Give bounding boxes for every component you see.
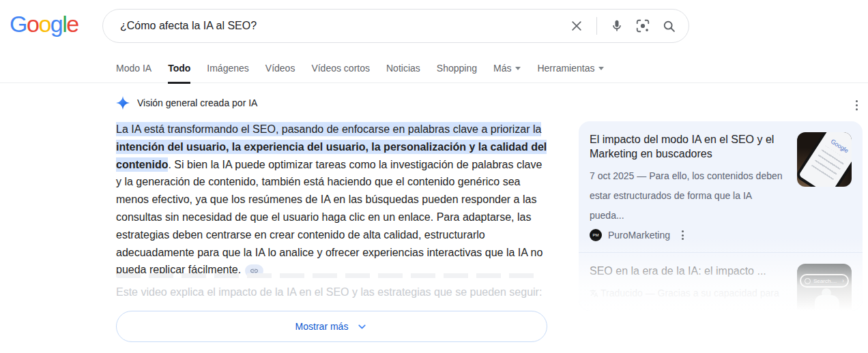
chevron-down-icon bbox=[598, 67, 604, 70]
search-bar-divider bbox=[596, 17, 597, 35]
tab-shopping[interactable]: Shopping bbox=[437, 63, 477, 83]
search-bar[interactable] bbox=[102, 9, 689, 43]
fading-answer-text: Este video explica el impacto de la IA e… bbox=[116, 286, 548, 298]
source-card-title[interactable]: El impacto del modo IA en el SEO y el Ma… bbox=[590, 132, 786, 161]
tab-videos[interactable]: Vídeos bbox=[265, 63, 295, 83]
phone-in-photo: Google bbox=[797, 132, 852, 187]
search-submit-icon[interactable] bbox=[662, 19, 676, 33]
ai-overview-title: Visión general creada por IA bbox=[137, 97, 257, 108]
tab-herramientas[interactable]: Herramientas bbox=[537, 63, 604, 83]
ai-sparkle-icon bbox=[116, 96, 130, 110]
results-tab-bar: Modo IA Todo Imágenes Vídeos Vídeos cort… bbox=[116, 63, 604, 83]
tab-videos-cortos[interactable]: Vídeos cortos bbox=[311, 63, 370, 83]
google-lens-icon[interactable] bbox=[635, 18, 650, 33]
source-name: PuroMarketing bbox=[608, 230, 670, 241]
logo-letter: g bbox=[50, 11, 62, 37]
google-logo[interactable]: Google bbox=[10, 11, 78, 37]
logo-letter: o bbox=[38, 11, 50, 37]
source-card-menu-icon[interactable] bbox=[680, 229, 685, 241]
tab-noticias[interactable]: Noticias bbox=[386, 63, 420, 83]
magnifier-icon bbox=[805, 278, 811, 284]
search-input[interactable] bbox=[120, 20, 570, 32]
answer-text: . Si bien la IA puede optimizar tareas c… bbox=[116, 159, 542, 276]
translate-icon bbox=[590, 289, 598, 298]
source-thumbnail-image[interactable]: Search.... › bbox=[797, 264, 852, 311]
ai-overview-sources-panel: El impacto del modo IA en el SEO y el Ma… bbox=[579, 121, 863, 311]
source-card[interactable]: SEO en la era de la IA: el impacto ... T… bbox=[579, 253, 863, 311]
tab-mas[interactable]: Más bbox=[493, 63, 521, 83]
highlighted-text: La IA está transformando el SEO, pasando… bbox=[116, 122, 541, 136]
ai-overview-answer: La IA está transformando el SEO, pasando… bbox=[116, 121, 548, 279]
clear-search-icon[interactable] bbox=[570, 19, 583, 33]
source-card-snippet: 7 oct 2025 — Para ello, los contenidos d… bbox=[590, 166, 786, 226]
source-card-snippet: Traducido — Gracias a su capacidad para … bbox=[590, 283, 786, 311]
tab-todo[interactable]: Todo bbox=[168, 63, 190, 83]
source-card-title[interactable]: SEO en la era de la IA: el impacto ... bbox=[590, 264, 786, 278]
thumbnail-search-text: Search.... bbox=[813, 278, 837, 284]
logo-letter: G bbox=[10, 11, 27, 37]
logo-letter: o bbox=[27, 11, 38, 37]
ai-overview-menu-icon[interactable] bbox=[854, 99, 859, 112]
tab-modo-ia[interactable]: Modo IA bbox=[116, 63, 151, 83]
source-thumbnail-image[interactable]: Google bbox=[797, 132, 852, 187]
chevron-down-icon bbox=[356, 321, 368, 333]
microphone-icon[interactable] bbox=[610, 19, 624, 33]
tab-imagenes[interactable]: Imágenes bbox=[207, 63, 248, 83]
source-card[interactable]: El impacto del modo IA en el SEO y el Ma… bbox=[579, 121, 863, 252]
translated-label: Traducido — bbox=[601, 288, 658, 298]
faded-text-remnant bbox=[116, 273, 536, 278]
source-favicon: PM bbox=[590, 229, 602, 241]
search-bar-in-photo: Search.... › bbox=[800, 274, 849, 288]
show-more-label: Mostrar más bbox=[295, 321, 349, 332]
ai-overview-header: Visión general creada por IA bbox=[116, 96, 257, 110]
show-more-button[interactable]: Mostrar más bbox=[116, 311, 547, 342]
logo-letter: e bbox=[66, 11, 78, 37]
chevron-down-icon bbox=[515, 67, 521, 70]
